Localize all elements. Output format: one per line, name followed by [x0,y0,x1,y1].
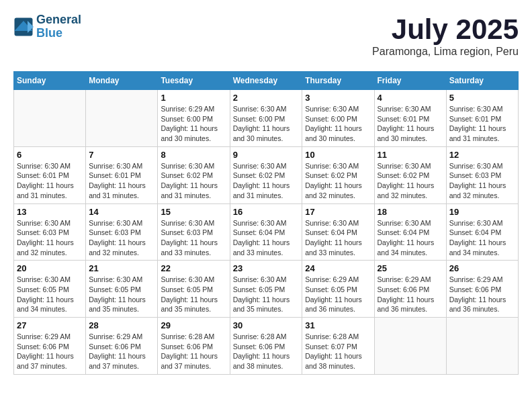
calendar-cell: 15Sunrise: 6:30 AM Sunset: 6:03 PM Dayli… [158,203,230,261]
day-number: 3 [305,93,371,103]
calendar-cell [374,318,446,375]
calendar-cell: 29Sunrise: 6:28 AM Sunset: 6:06 PM Dayli… [158,318,230,375]
day-number: 8 [161,150,226,160]
day-info: Sunrise: 6:30 AM Sunset: 6:05 PM Dayligh… [89,275,154,314]
day-number: 26 [449,263,515,273]
day-info: Sunrise: 6:29 AM Sunset: 6:00 PM Dayligh… [161,104,226,144]
day-number: 5 [449,93,515,103]
col-header-thursday: Thursday [302,72,374,90]
day-info: Sunrise: 6:30 AM Sunset: 6:01 PM Dayligh… [378,104,443,144]
calendar-cell: 4Sunrise: 6:30 AM Sunset: 6:01 PM Daylig… [374,90,446,147]
calendar-cell: 14Sunrise: 6:30 AM Sunset: 6:03 PM Dayli… [86,203,158,261]
day-number: 15 [161,207,226,217]
calendar-cell: 27Sunrise: 6:29 AM Sunset: 6:06 PM Dayli… [14,318,86,375]
day-number: 10 [305,150,371,160]
day-info: Sunrise: 6:30 AM Sunset: 6:01 PM Dayligh… [449,104,515,144]
day-info: Sunrise: 6:30 AM Sunset: 6:04 PM Dayligh… [233,218,300,258]
day-info: Sunrise: 6:30 AM Sunset: 6:05 PM Dayligh… [233,275,300,314]
col-header-wednesday: Wednesday [230,72,302,90]
day-number: 6 [17,150,83,160]
day-number: 25 [378,263,443,273]
day-info: Sunrise: 6:30 AM Sunset: 6:03 PM Dayligh… [89,218,154,258]
calendar-cell: 18Sunrise: 6:30 AM Sunset: 6:04 PM Dayli… [374,203,446,261]
day-number: 11 [378,150,443,160]
day-number: 9 [233,150,300,160]
calendar-cell: 9Sunrise: 6:30 AM Sunset: 6:02 PM Daylig… [230,146,302,203]
day-info: Sunrise: 6:30 AM Sunset: 6:04 PM Dayligh… [449,218,515,258]
day-info: Sunrise: 6:29 AM Sunset: 6:06 PM Dayligh… [89,332,154,371]
calendar-cell [446,318,518,375]
col-header-sunday: Sunday [14,72,86,90]
day-info: Sunrise: 6:30 AM Sunset: 6:01 PM Dayligh… [17,161,83,201]
day-info: Sunrise: 6:30 AM Sunset: 6:00 PM Dayligh… [305,104,371,144]
calendar-cell: 11Sunrise: 6:30 AM Sunset: 6:02 PM Dayli… [374,146,446,203]
day-info: Sunrise: 6:30 AM Sunset: 6:02 PM Dayligh… [305,161,371,201]
calendar-cell: 10Sunrise: 6:30 AM Sunset: 6:02 PM Dayli… [302,146,374,203]
month-title: July 2025 [372,13,519,46]
calendar-cell: 22Sunrise: 6:30 AM Sunset: 6:05 PM Dayli… [158,261,230,318]
day-info: Sunrise: 6:30 AM Sunset: 6:00 PM Dayligh… [233,104,300,144]
calendar-cell: 23Sunrise: 6:30 AM Sunset: 6:05 PM Dayli… [230,261,302,318]
calendar-cell [14,90,86,147]
day-number: 13 [17,207,83,217]
day-info: Sunrise: 6:30 AM Sunset: 6:04 PM Dayligh… [305,218,371,258]
day-info: Sunrise: 6:28 AM Sunset: 6:06 PM Dayligh… [233,332,300,371]
day-number: 24 [305,263,371,273]
calendar-cell: 25Sunrise: 6:29 AM Sunset: 6:06 PM Dayli… [374,261,446,318]
day-info: Sunrise: 6:29 AM Sunset: 6:06 PM Dayligh… [378,275,443,314]
calendar-cell: 20Sunrise: 6:30 AM Sunset: 6:05 PM Dayli… [14,261,86,318]
calendar-cell: 12Sunrise: 6:30 AM Sunset: 6:03 PM Dayli… [446,146,518,203]
col-header-monday: Monday [86,72,158,90]
day-info: Sunrise: 6:29 AM Sunset: 6:06 PM Dayligh… [449,275,515,314]
day-number: 22 [161,263,226,273]
calendar-cell: 13Sunrise: 6:30 AM Sunset: 6:03 PM Dayli… [14,203,86,261]
day-info: Sunrise: 6:28 AM Sunset: 6:07 PM Dayligh… [305,332,371,371]
calendar-cell: 17Sunrise: 6:30 AM Sunset: 6:04 PM Dayli… [302,203,374,261]
day-info: Sunrise: 6:29 AM Sunset: 6:06 PM Dayligh… [17,332,83,371]
logo: General Blue [13,13,81,40]
day-number: 20 [17,263,83,273]
col-header-tuesday: Tuesday [158,72,230,90]
day-number: 1 [161,93,226,103]
calendar-cell: 31Sunrise: 6:28 AM Sunset: 6:07 PM Dayli… [302,318,374,375]
calendar-cell: 19Sunrise: 6:30 AM Sunset: 6:04 PM Dayli… [446,203,518,261]
day-number: 14 [89,207,154,217]
calendar-cell: 2Sunrise: 6:30 AM Sunset: 6:00 PM Daylig… [230,90,302,147]
day-number: 2 [233,93,300,103]
location-title: Paramonga, Lima region, Peru [372,46,519,58]
day-number: 16 [233,207,300,217]
calendar-cell: 6Sunrise: 6:30 AM Sunset: 6:01 PM Daylig… [14,146,86,203]
day-info: Sunrise: 6:28 AM Sunset: 6:06 PM Dayligh… [161,332,226,371]
day-number: 17 [305,207,371,217]
day-number: 27 [17,320,83,330]
day-info: Sunrise: 6:30 AM Sunset: 6:05 PM Dayligh… [17,275,83,314]
calendar-cell: 5Sunrise: 6:30 AM Sunset: 6:01 PM Daylig… [446,90,518,147]
calendar-cell: 7Sunrise: 6:30 AM Sunset: 6:01 PM Daylig… [86,146,158,203]
calendar-cell: 30Sunrise: 6:28 AM Sunset: 6:06 PM Dayli… [230,318,302,375]
calendar: SundayMondayTuesdayWednesdayThursdayFrid… [13,71,519,375]
col-header-friday: Friday [374,72,446,90]
day-number: 7 [89,150,154,160]
calendar-cell: 28Sunrise: 6:29 AM Sunset: 6:06 PM Dayli… [86,318,158,375]
day-info: Sunrise: 6:30 AM Sunset: 6:03 PM Dayligh… [17,218,83,258]
logo-line2: Blue [36,27,81,40]
logo-line1: General [36,13,81,27]
day-number: 30 [233,320,300,330]
calendar-cell [86,90,158,147]
title-section: July 2025 Paramonga, Lima region, Peru [372,13,519,58]
calendar-cell: 1Sunrise: 6:29 AM Sunset: 6:00 PM Daylig… [158,90,230,147]
day-number: 21 [89,263,154,273]
day-number: 29 [161,320,226,330]
calendar-cell: 8Sunrise: 6:30 AM Sunset: 6:02 PM Daylig… [158,146,230,203]
day-info: Sunrise: 6:30 AM Sunset: 6:02 PM Dayligh… [378,161,443,201]
day-info: Sunrise: 6:30 AM Sunset: 6:01 PM Dayligh… [89,161,154,201]
col-header-saturday: Saturday [446,72,518,90]
day-info: Sunrise: 6:30 AM Sunset: 6:02 PM Dayligh… [233,161,300,201]
calendar-cell: 26Sunrise: 6:29 AM Sunset: 6:06 PM Dayli… [446,261,518,318]
day-info: Sunrise: 6:29 AM Sunset: 6:05 PM Dayligh… [305,275,371,314]
day-number: 19 [449,207,515,217]
day-number: 12 [449,150,515,160]
calendar-cell: 21Sunrise: 6:30 AM Sunset: 6:05 PM Dayli… [86,261,158,318]
day-number: 31 [305,320,371,330]
day-info: Sunrise: 6:30 AM Sunset: 6:03 PM Dayligh… [449,161,515,201]
